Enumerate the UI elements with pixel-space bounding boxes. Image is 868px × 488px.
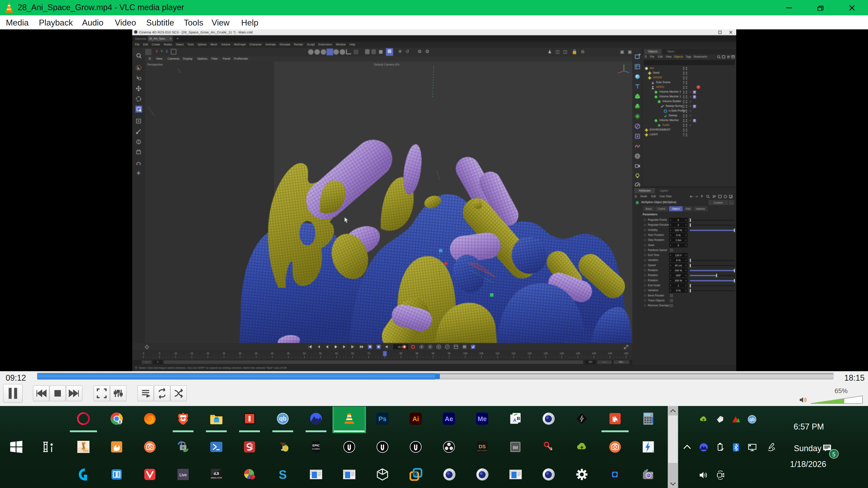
svg-text:SIMULATOR: SIMULATOR xyxy=(211,477,222,479)
svg-text:B: B xyxy=(517,416,520,421)
svg-text:EPIC: EPIC xyxy=(312,444,320,447)
svg-text:A: A xyxy=(513,418,517,423)
svg-text:qb: qb xyxy=(749,417,755,422)
svg-text:PRO: PRO xyxy=(83,450,89,452)
svg-text:IM: IM xyxy=(513,445,518,450)
svg-text:Ps: Ps xyxy=(378,415,386,422)
svg-text:TM: TM xyxy=(652,451,655,453)
svg-text:DAZ STUDIO: DAZ STUDIO xyxy=(477,450,487,452)
svg-text:Ae: Ae xyxy=(445,415,453,422)
svg-text:Live: Live xyxy=(180,473,187,477)
svg-text:Ai: Ai xyxy=(412,415,419,422)
svg-text:DS: DS xyxy=(478,444,486,449)
svg-text:Me: Me xyxy=(477,415,487,422)
svg-text:dJI: dJI xyxy=(214,471,219,476)
svg-text:S: S xyxy=(279,468,287,481)
svg-text:GAMES: GAMES xyxy=(312,448,320,450)
svg-text:qb: qb xyxy=(279,415,287,422)
